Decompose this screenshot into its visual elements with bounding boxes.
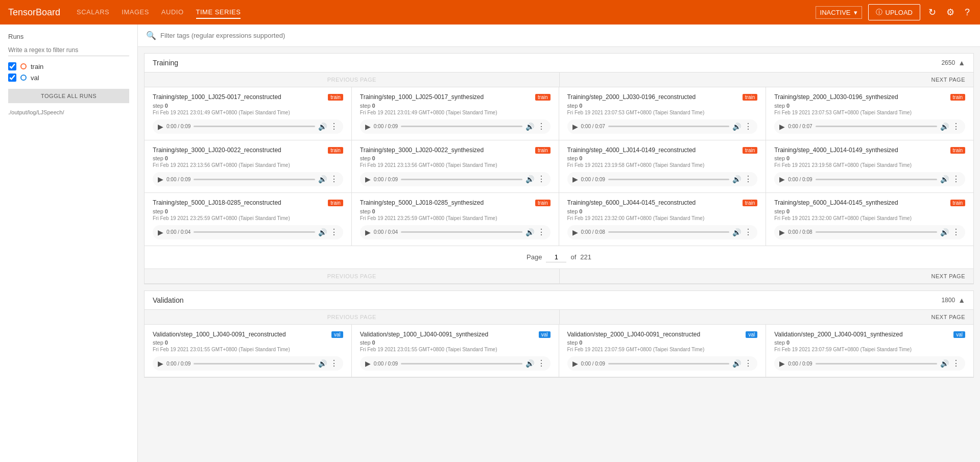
more-button[interactable]: ⋮ bbox=[330, 359, 338, 368]
volume-button[interactable]: 🔊 bbox=[525, 123, 534, 131]
progress-bar[interactable] bbox=[816, 179, 937, 180]
progress-bar[interactable] bbox=[608, 179, 729, 180]
volume-button[interactable]: 🔊 bbox=[732, 175, 741, 183]
progress-bar[interactable] bbox=[608, 231, 729, 233]
filter-tags-input[interactable] bbox=[160, 32, 972, 39]
more-button[interactable]: ⋮ bbox=[537, 228, 545, 236]
more-button[interactable]: ⋮ bbox=[952, 228, 960, 236]
play-button[interactable]: ▶ bbox=[365, 228, 371, 236]
play-button[interactable]: ▶ bbox=[572, 359, 578, 368]
audio-title-row: Validation/step_1000_LJ040-0091_reconstr… bbox=[153, 331, 343, 339]
audio-player: ▶ 0:00 / 0:08 🔊 ⋮ bbox=[774, 225, 965, 239]
settings-button[interactable]: ⚙ bbox=[944, 5, 957, 20]
nav-images[interactable]: IMAGES bbox=[122, 6, 149, 19]
training-collapse-icon[interactable]: ▲ bbox=[958, 59, 965, 67]
volume-button[interactable]: 🔊 bbox=[318, 228, 327, 236]
more-button[interactable]: ⋮ bbox=[537, 175, 545, 183]
volume-button[interactable]: 🔊 bbox=[525, 228, 534, 236]
training-prev-page-bottom[interactable]: PREVIOUS PAGE bbox=[145, 269, 559, 283]
more-button[interactable]: ⋮ bbox=[537, 359, 545, 368]
brand-title: TensorBoard bbox=[8, 7, 60, 18]
more-button[interactable]: ⋮ bbox=[744, 123, 752, 131]
audio-date: Fri Feb 19 2021 23:07:53 GMT+0800 (Taipe… bbox=[567, 110, 758, 115]
volume-button[interactable]: 🔊 bbox=[940, 228, 949, 236]
play-button[interactable]: ▶ bbox=[158, 359, 163, 368]
audio-cell: Training/step_3000_LJ020-0022_synthesize… bbox=[352, 140, 559, 193]
page-total: 221 bbox=[580, 253, 591, 261]
progress-bar[interactable] bbox=[608, 363, 729, 364]
play-button[interactable]: ▶ bbox=[365, 359, 371, 368]
more-button[interactable]: ⋮ bbox=[330, 228, 338, 236]
validation-prev-page-top[interactable]: PREVIOUS PAGE bbox=[145, 310, 559, 324]
audio-title: Validation/step_1000_LJ040-0091_synthesi… bbox=[360, 331, 536, 339]
play-button[interactable]: ▶ bbox=[158, 123, 163, 131]
progress-bar[interactable] bbox=[816, 363, 937, 364]
play-button[interactable]: ▶ bbox=[572, 175, 578, 183]
run-checkbox-val[interactable] bbox=[8, 74, 16, 82]
more-button[interactable]: ⋮ bbox=[744, 359, 752, 368]
more-button[interactable]: ⋮ bbox=[744, 228, 752, 236]
volume-button[interactable]: 🔊 bbox=[940, 123, 949, 131]
progress-bar[interactable] bbox=[816, 126, 937, 127]
progress-bar[interactable] bbox=[401, 179, 522, 180]
play-button[interactable]: ▶ bbox=[572, 228, 578, 236]
more-button[interactable]: ⋮ bbox=[537, 123, 545, 131]
upload-button[interactable]: ⓘ UPLOAD bbox=[868, 4, 920, 20]
more-button[interactable]: ⋮ bbox=[744, 175, 752, 183]
volume-button[interactable]: 🔊 bbox=[318, 359, 327, 368]
more-button[interactable]: ⋮ bbox=[952, 359, 960, 368]
volume-button[interactable]: 🔊 bbox=[318, 123, 327, 131]
help-button[interactable]: ? bbox=[963, 5, 972, 20]
progress-bar[interactable] bbox=[401, 231, 522, 233]
inactive-dropdown[interactable]: INACTIVE ▾ bbox=[816, 6, 862, 19]
progress-bar[interactable] bbox=[608, 126, 729, 127]
toggle-all-runs-button[interactable]: TOGGLE ALL RUNS bbox=[8, 89, 129, 103]
play-button[interactable]: ▶ bbox=[158, 228, 163, 236]
audio-title: Validation/step_2000_LJ040-0091_reconstr… bbox=[567, 331, 743, 339]
volume-button[interactable]: 🔊 bbox=[732, 359, 741, 368]
progress-bar[interactable] bbox=[194, 231, 315, 233]
progress-bar[interactable] bbox=[194, 363, 315, 364]
play-button[interactable]: ▶ bbox=[572, 123, 578, 131]
more-button[interactable]: ⋮ bbox=[952, 123, 960, 131]
refresh-button[interactable]: ↻ bbox=[926, 5, 938, 20]
volume-button[interactable]: 🔊 bbox=[525, 359, 534, 368]
play-button[interactable]: ▶ bbox=[779, 228, 785, 236]
play-button[interactable]: ▶ bbox=[158, 175, 163, 183]
progress-bar[interactable] bbox=[401, 126, 522, 127]
more-button[interactable]: ⋮ bbox=[952, 175, 960, 183]
play-button[interactable]: ▶ bbox=[779, 175, 785, 183]
volume-button[interactable]: 🔊 bbox=[940, 175, 949, 183]
volume-button[interactable]: 🔊 bbox=[732, 123, 741, 131]
volume-button[interactable]: 🔊 bbox=[940, 359, 949, 368]
volume-button[interactable]: 🔊 bbox=[732, 228, 741, 236]
training-prev-page-top[interactable]: PREVIOUS PAGE bbox=[145, 72, 559, 87]
progress-bar[interactable] bbox=[194, 179, 315, 180]
runs-filter-input[interactable] bbox=[8, 44, 129, 56]
validation-next-page-top[interactable]: NEXT PAGE bbox=[559, 310, 974, 324]
audio-step: step 0 bbox=[153, 103, 343, 109]
progress-bar[interactable] bbox=[816, 231, 937, 233]
play-button[interactable]: ▶ bbox=[365, 175, 371, 183]
validation-collapse-icon[interactable]: ▲ bbox=[958, 296, 965, 304]
volume-button[interactable]: 🔊 bbox=[318, 175, 327, 183]
training-next-page-top[interactable]: NEXT PAGE bbox=[559, 72, 974, 87]
progress-bar[interactable] bbox=[401, 363, 522, 364]
page-number-input[interactable] bbox=[546, 252, 566, 262]
play-button[interactable]: ▶ bbox=[779, 359, 785, 368]
nav-time-series[interactable]: TIME SERIES bbox=[196, 6, 241, 19]
audio-run-tag: train bbox=[535, 200, 550, 206]
volume-button[interactable]: 🔊 bbox=[525, 175, 534, 183]
more-button[interactable]: ⋮ bbox=[330, 123, 338, 131]
time-label: 0:00 / 0:09 bbox=[166, 177, 190, 182]
audio-run-tag: train bbox=[950, 94, 965, 101]
play-button[interactable]: ▶ bbox=[779, 123, 785, 131]
nav-scalars[interactable]: SCALARS bbox=[77, 6, 109, 19]
nav-audio[interactable]: AUDIO bbox=[161, 6, 184, 19]
more-button[interactable]: ⋮ bbox=[330, 175, 338, 183]
progress-bar[interactable] bbox=[194, 126, 315, 127]
play-button[interactable]: ▶ bbox=[365, 123, 371, 131]
time-label: 0:00 / 0:09 bbox=[166, 124, 190, 129]
training-next-page-bottom[interactable]: NEXT PAGE bbox=[559, 269, 974, 283]
run-checkbox-train[interactable] bbox=[8, 62, 16, 70]
